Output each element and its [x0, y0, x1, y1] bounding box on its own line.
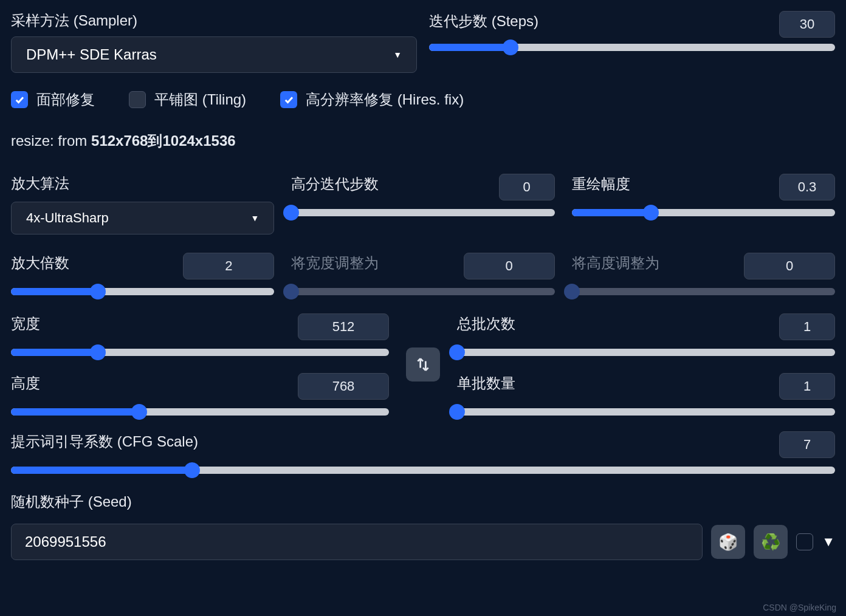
chevron-down-icon: ▼ [250, 213, 259, 223]
sampler-value: DPM++ SDE Karras [26, 46, 157, 63]
seed-label: 随机数种子 (Seed) [11, 492, 835, 512]
batch-count-slider[interactable] [457, 349, 835, 356]
upscaler-label: 放大算法 [11, 174, 274, 193]
steps-label: 迭代步数 (Steps) [429, 12, 538, 31]
tiling-checkbox[interactable]: 平铺图 (Tiling) [129, 90, 246, 109]
height-value[interactable]: 768 [298, 373, 389, 400]
batch-size-slider[interactable] [457, 408, 835, 416]
resize-w-value[interactable]: 0 [464, 253, 555, 279]
height-slider[interactable] [11, 408, 389, 416]
sampler-label: 采样方法 (Sampler) [11, 11, 417, 30]
cfg-value[interactable]: 7 [779, 431, 835, 458]
height-label: 高度 [11, 374, 40, 393]
face-restore-label: 面部修复 [36, 90, 95, 109]
expand-icon[interactable]: ▼ [822, 534, 835, 550]
width-value[interactable]: 512 [298, 313, 389, 340]
upscaler-value: 4x-UltraSharp [26, 210, 109, 226]
width-slider[interactable] [11, 349, 389, 356]
steps-value[interactable]: 30 [779, 11, 835, 38]
recycle-icon: ♻️ [761, 533, 780, 552]
chevron-down-icon: ▼ [393, 50, 402, 60]
hires-fix-checkbox[interactable]: 高分辨率修复 (Hires. fix) [280, 90, 464, 109]
sampler-select[interactable]: DPM++ SDE Karras ▼ [11, 36, 417, 73]
resize-w-label: 将宽度调整为 [291, 253, 379, 273]
resize-info: resize: from 512x768到1024x1536 [11, 131, 835, 151]
seed-input[interactable]: 2069951556 [11, 524, 703, 560]
checkbox-empty-icon [129, 91, 146, 108]
batch-size-value[interactable]: 1 [779, 373, 835, 400]
hires-steps-value[interactable]: 0 [499, 174, 555, 200]
batch-size-label: 单批数量 [457, 374, 515, 393]
cfg-label: 提示词引导系数 (CFG Scale) [11, 432, 198, 451]
check-icon [11, 91, 28, 108]
resize-h-slider[interactable] [572, 288, 835, 295]
random-seed-button[interactable]: 🎲 [711, 525, 745, 559]
denoise-value[interactable]: 0.3 [779, 174, 835, 200]
resize-h-label: 将高度调整为 [572, 253, 659, 273]
hires-fix-label: 高分辨率修复 (Hires. fix) [306, 90, 464, 109]
hires-steps-label: 高分迭代步数 [291, 174, 379, 194]
denoise-slider[interactable] [572, 209, 835, 216]
upscale-by-slider[interactable] [11, 288, 274, 295]
face-restore-checkbox[interactable]: 面部修复 [11, 90, 95, 109]
check-icon [280, 91, 297, 108]
batch-count-label: 总批次数 [457, 314, 515, 334]
upscaler-select[interactable]: 4x-UltraSharp ▼ [11, 202, 274, 234]
resize-h-value[interactable]: 0 [744, 253, 835, 279]
swap-dimensions-button[interactable] [406, 347, 440, 382]
dice-icon: 🎲 [718, 533, 738, 552]
tiling-label: 平铺图 (Tiling) [154, 90, 246, 109]
extra-seed-checkbox[interactable] [796, 533, 813, 550]
batch-count-value[interactable]: 1 [779, 313, 835, 340]
reuse-seed-button[interactable]: ♻️ [754, 525, 788, 559]
upscale-by-value[interactable]: 2 [183, 253, 274, 279]
steps-slider[interactable] [429, 44, 835, 51]
hires-steps-slider[interactable] [291, 209, 554, 216]
cfg-slider[interactable] [11, 467, 835, 474]
width-label: 宽度 [11, 314, 40, 334]
denoise-label: 重绘幅度 [572, 174, 630, 194]
upscale-by-label: 放大倍数 [11, 253, 69, 273]
swap-icon [415, 357, 431, 372]
resize-w-slider[interactable] [291, 288, 554, 295]
